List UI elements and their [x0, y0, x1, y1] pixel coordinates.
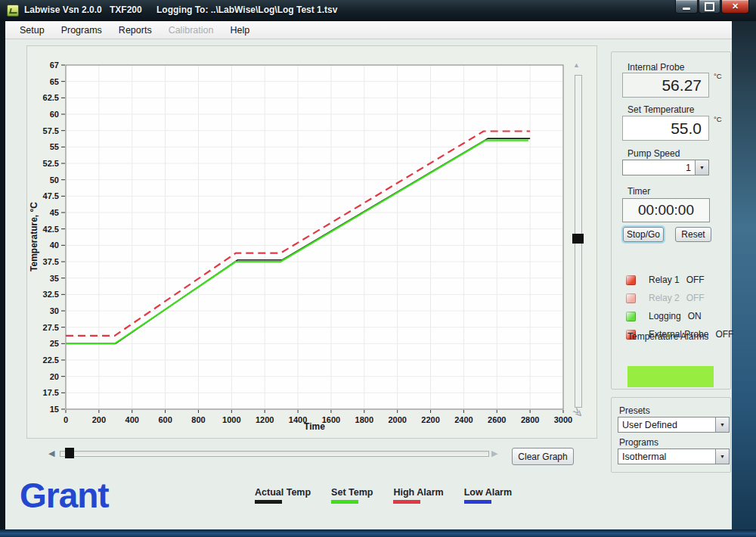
logging-led-icon	[626, 312, 636, 321]
minimize-button[interactable]	[675, 0, 698, 14]
presets-dropdown-button[interactable]: ▼	[715, 417, 729, 432]
maximize-icon	[705, 2, 714, 11]
x-tick-label: 2400	[454, 415, 472, 424]
relay-2-led-icon	[626, 293, 636, 303]
x-tick-label: 1200	[256, 415, 274, 424]
menu-item-help[interactable]: Help	[222, 23, 258, 38]
indicator-relay-1: Relay 1OFF	[621, 271, 735, 289]
legend-low-alarm: Low Alarm	[464, 487, 512, 504]
titlebar: Labwise Vsn 2.0.0 TXF200 Logging To: ..\…	[0, 0, 756, 21]
h-scrollbar-track[interactable]	[60, 451, 489, 457]
h-scroll-left-icon[interactable]: ◀	[48, 449, 54, 458]
app-icon	[7, 5, 19, 17]
y-tick-label: 42.5	[43, 225, 59, 234]
pump-speed-dropdown-button[interactable]: ▼	[695, 160, 708, 175]
chevron-down-icon: ▼	[699, 165, 705, 170]
programs-label: Programs	[619, 437, 658, 448]
x-tick-label: 400	[125, 415, 139, 424]
y-tick-label: 67	[50, 61, 59, 70]
legend: Actual TempSet TempHigh AlarmLow Alarm	[255, 487, 512, 504]
x-tick-label: 800	[191, 415, 205, 424]
close-icon: ✕	[732, 2, 739, 11]
graph-panel: 0200400600800100012001400160018002000220…	[26, 45, 597, 439]
window-frame-bottom	[0, 529, 756, 537]
temperature-graph: 0200400600800100012001400160018002000220…	[27, 46, 598, 439]
programs-select[interactable]: Isothermal ▼	[618, 449, 730, 464]
internal-probe-label: Internal Probe	[627, 62, 684, 73]
x-tick-label: 0	[64, 415, 68, 424]
internal-probe-value: 56.27	[622, 73, 709, 98]
y-tick-label: 37.5	[43, 257, 59, 266]
y-tick-label: 47.5	[43, 191, 59, 200]
internal-probe-unit: °C	[714, 72, 722, 80]
indicator-label: Logging	[649, 311, 681, 321]
v-scrollbar-thumb[interactable]	[572, 234, 584, 244]
clear-graph-button[interactable]: Clear Graph	[512, 448, 574, 465]
y-tick-label: 30	[50, 306, 59, 315]
h-scroll-right-icon[interactable]: ▶	[491, 449, 497, 458]
legend-high-alarm: High Alarm	[393, 487, 443, 504]
presets-select[interactable]: User Defined ▼	[618, 417, 730, 433]
x-tick-label: 3000	[554, 415, 572, 424]
x-tick-label: 200	[92, 415, 106, 424]
reset-button[interactable]: Reset	[675, 227, 711, 242]
programs-value: Isothermal	[618, 449, 715, 464]
legend-swatch	[331, 500, 358, 504]
menu-item-programs[interactable]: Programs	[53, 23, 110, 38]
y-tick-label: 22.5	[43, 355, 59, 365]
v-scroll-up-icon[interactable]: ▲	[573, 61, 580, 69]
y-tick-label: 52.5	[43, 159, 59, 168]
indicator-relay-2: Relay 2OFF	[621, 289, 735, 307]
y-axis-label: Temperature, °C	[29, 202, 39, 272]
programs-dropdown-button[interactable]: ▼	[715, 449, 729, 464]
relay-1-led-icon	[626, 275, 636, 285]
x-tick-label: 2000	[388, 415, 406, 424]
minimize-icon	[683, 8, 690, 10]
indicator-state: OFF	[715, 329, 733, 340]
x-tick-label: 1000	[222, 415, 240, 424]
set-temperature-label: Set Temperature	[627, 104, 695, 115]
y-tick-label: 55	[50, 142, 59, 151]
y-tick-label: 45	[50, 208, 59, 217]
labwise-window: { "titlebar": { "app_title": "Labwise Vs…	[0, 0, 756, 537]
client-area: SetupProgramsReportsCalibrationHelp 0200…	[5, 21, 732, 529]
x-tick-label: 1800	[355, 415, 373, 424]
legend-label: High Alarm	[393, 487, 443, 498]
x-tick-label: 2200	[421, 415, 439, 424]
legend-swatch	[393, 500, 420, 504]
menu-item-reports[interactable]: Reports	[110, 23, 160, 38]
set-temperature-field[interactable]: 55.0	[622, 116, 709, 141]
indicator-state: ON	[688, 311, 702, 321]
close-button[interactable]: ✕	[721, 0, 749, 14]
timer-label: Timer	[627, 186, 650, 197]
y-tick-label: 40	[50, 241, 59, 250]
x-axis-label: Time	[304, 421, 325, 432]
presets-value: User Defined	[618, 417, 715, 432]
legend-label: Low Alarm	[464, 487, 512, 498]
menu-item-setup[interactable]: Setup	[11, 23, 53, 38]
h-scrollbar-thumb[interactable]	[65, 448, 74, 458]
y-tick-label: 15	[50, 405, 59, 414]
menu-item-calibration: Calibration	[160, 23, 222, 38]
y-tick-label: 27.5	[43, 323, 59, 332]
y-tick-label: 60	[50, 110, 59, 119]
chevron-down-icon: ▼	[720, 454, 725, 459]
y-tick-label: 20	[50, 372, 59, 381]
pump-speed-select[interactable]: 1 ▼	[622, 160, 709, 175]
legend-label: Actual Temp	[255, 487, 311, 498]
indicator-label: Relay 1	[649, 275, 680, 285]
maximize-button[interactable]	[699, 0, 720, 14]
indicator-state: OFF	[686, 275, 705, 285]
y-tick-label: 25	[50, 339, 59, 348]
x-tick-label: 600	[158, 415, 172, 424]
presets-label: Presets	[619, 405, 650, 416]
legend-swatch	[255, 500, 282, 504]
x-tick-label: 2800	[521, 415, 539, 424]
app-title: Labwise Vsn 2.0.0	[24, 5, 102, 15]
set-temperature-unit: °C	[714, 115, 722, 123]
x-tick-label: 2600	[488, 415, 506, 424]
y-tick-label: 17.5	[43, 388, 59, 397]
stop-go-button[interactable]: Stop/Go	[623, 227, 664, 242]
y-tick-label: 50	[50, 175, 59, 185]
logging-path: Logging To: ..\LabWise\Log\Log Test 1.ts…	[156, 5, 337, 15]
